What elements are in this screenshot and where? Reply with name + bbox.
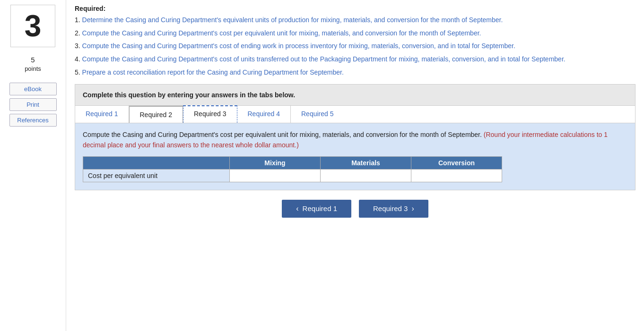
instruction-3: 3. Compute the Casing and Curing Departm…: [75, 41, 635, 51]
nav-buttons: ‹ Required 1 Required 3 ›: [75, 200, 635, 218]
tab-required-1[interactable]: Required 1: [75, 106, 129, 123]
materials-input[interactable]: [321, 170, 411, 182]
prev-button[interactable]: ‹ Required 1: [282, 200, 351, 218]
tab-description-normal: Compute the Casing and Curing Department…: [83, 131, 482, 138]
materials-input-cell[interactable]: [321, 169, 411, 182]
references-button[interactable]: References: [9, 114, 57, 127]
next-arrow-icon: ›: [411, 204, 414, 213]
ebook-button[interactable]: eBook: [9, 83, 57, 95]
cost-table: Mixing Materials Conversion Cost per equ…: [83, 156, 502, 182]
tabs-row: Required 1 Required 2 Required 3 Require…: [75, 106, 635, 123]
main-content: Required: 1. Determine the Casing and Cu…: [66, 0, 644, 331]
tab-required-3[interactable]: Required 3: [183, 105, 237, 123]
prev-button-label: Required 1: [303, 204, 337, 212]
instructions-list: 1. Determine the Casing and Curing Depar…: [75, 15, 635, 77]
required-heading: Required:: [75, 5, 635, 12]
instruction-4: 4. Compute the Casing and Curing Departm…: [75, 54, 635, 65]
row-label: Cost per equivalent unit: [83, 169, 230, 182]
instruction-5: 5. Prepare a cost reconciliation report …: [75, 68, 635, 78]
next-button-label: Required 3: [373, 204, 408, 212]
question-number-box: 3: [10, 5, 55, 47]
table-header-conversion: Conversion: [411, 156, 502, 169]
table-header-materials: Materials: [321, 156, 411, 169]
mixing-input-cell[interactable]: [230, 169, 321, 182]
table-header-empty: [83, 156, 230, 169]
points-label: points: [25, 65, 41, 72]
conversion-input[interactable]: [411, 170, 502, 182]
print-button[interactable]: Print: [9, 98, 57, 111]
tab-description: Compute the Casing and Curing Department…: [83, 130, 627, 150]
tab-required-5[interactable]: Required 5: [291, 106, 344, 123]
table-header-mixing: Mixing: [230, 156, 321, 169]
points-value: 5: [25, 55, 41, 65]
table-row: Cost per equivalent unit: [83, 169, 502, 182]
next-button[interactable]: Required 3 ›: [359, 200, 428, 218]
instruction-1: 1. Determine the Casing and Curing Depar…: [75, 15, 635, 25]
points-display: 5 points: [25, 55, 41, 73]
prev-arrow-icon: ‹: [296, 204, 298, 213]
mixing-input[interactable]: [230, 170, 320, 182]
tab-required-4[interactable]: Required 4: [237, 106, 291, 123]
complete-banner: Complete this question by entering your …: [75, 84, 635, 106]
tabs-container: Required 1 Required 2 Required 3 Require…: [75, 106, 635, 190]
tab-required-2[interactable]: Required 2: [129, 106, 183, 123]
question-number: 3: [25, 8, 42, 43]
instruction-2: 2. Compute the Casing and Curing Departm…: [75, 28, 635, 39]
conversion-input-cell[interactable]: [411, 169, 502, 182]
tab-content-area: Compute the Casing and Curing Department…: [75, 123, 635, 189]
sidebar: 3 5 points eBook Print References: [0, 0, 66, 331]
